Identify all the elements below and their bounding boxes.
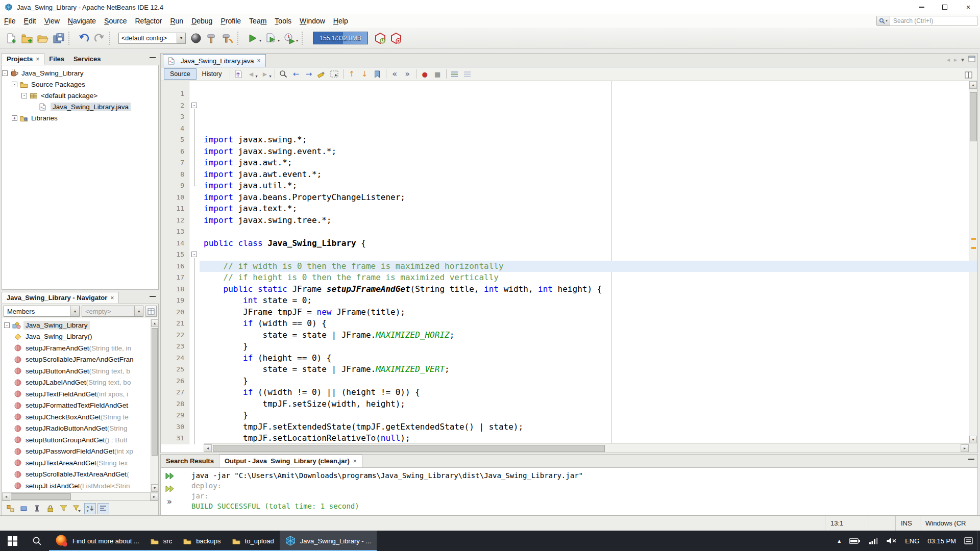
save-all-button[interactable]	[51, 30, 66, 46]
new-project-button[interactable]	[19, 30, 35, 46]
line-number[interactable]: 9	[161, 180, 189, 192]
navigator-member-row[interactable]: setupJListAndGet(ListModel<Strin	[2, 480, 158, 492]
shift-right-button[interactable]: »	[401, 68, 414, 80]
code-line[interactable]: state = state | JFrame.MAXIMIZED_HORIZ;	[200, 330, 977, 341]
action-center-icon[interactable]	[960, 531, 977, 551]
code-line[interactable]: import javax.swing.event.*;	[200, 146, 977, 158]
line-number[interactable]: 17	[161, 272, 189, 284]
code-line[interactable]: if (height == 0) {	[200, 353, 977, 364]
comment-button[interactable]	[449, 68, 461, 80]
code-line[interactable]: import java.beans.PropertyChangeListener…	[200, 192, 977, 204]
scrollbar-thumb[interactable]	[213, 445, 605, 452]
menu-edit[interactable]: Edit	[20, 14, 40, 28]
code-line[interactable]: // if width is 0 then the frame is maxim…	[200, 261, 977, 272]
show-desktop-button[interactable]	[977, 531, 980, 551]
close-tab-icon[interactable]: ×	[36, 54, 39, 65]
menu-file[interactable]: File	[0, 14, 20, 28]
code-line[interactable]	[200, 249, 977, 261]
prev-bookmark-button[interactable]: ↑	[346, 68, 358, 80]
line-number[interactable]: 19	[161, 295, 189, 307]
line-number[interactable]: 29	[161, 410, 189, 421]
menu-run[interactable]: Run	[166, 14, 187, 28]
record-macro-button[interactable]: ●	[419, 68, 431, 80]
editor-horizontal-scrollbar[interactable]: ◂ ▸	[204, 443, 969, 453]
line-number[interactable]: 6	[161, 146, 189, 158]
code-line[interactable]: state = state | JFrame.MAXIMIZED_VERT;	[200, 364, 977, 375]
code-line[interactable]: }	[200, 410, 977, 421]
code-line[interactable]: tmpJF.setLayout(null);	[200, 444, 977, 445]
navigator-filter-select[interactable]: <empty> ▾	[82, 306, 143, 317]
scroll-up-icon[interactable]: ▴	[151, 319, 158, 327]
code-line[interactable]	[200, 123, 977, 135]
editor-tab[interactable]: Java_Swing_Library.java ×	[163, 54, 266, 67]
sort-source-button[interactable]	[97, 503, 109, 514]
code-line[interactable]: JFrame tmpJF = new JFrame(title);	[200, 307, 977, 318]
tab-services[interactable]: Services	[69, 53, 106, 65]
run-button[interactable]	[244, 30, 260, 46]
menu-profile[interactable]: Profile	[216, 14, 245, 28]
navigator-member-row[interactable]: setupJButtonAndGet(String text, b	[2, 365, 158, 377]
profiler-stop-button[interactable]	[388, 30, 404, 46]
volume-muted-icon[interactable]	[882, 531, 901, 551]
expand-icon[interactable]: +	[12, 115, 17, 121]
taskbar-backups-button[interactable]: backups	[178, 531, 226, 551]
navigator-close-icon[interactable]: ×	[110, 292, 114, 304]
menu-refactor[interactable]: Refactor	[131, 14, 166, 28]
show-fields-button[interactable]	[18, 503, 30, 514]
tree-row[interactable]: -<default package>	[2, 90, 158, 101]
new-file-button[interactable]	[3, 30, 19, 46]
line-number[interactable]: 30	[161, 421, 189, 433]
scroll-tabs-right-icon[interactable]: ▸	[954, 56, 957, 63]
line-number[interactable]: 1	[161, 88, 189, 100]
line-number[interactable]: 11	[161, 203, 189, 215]
split-document-icon[interactable]	[962, 69, 975, 81]
chevron-down-icon[interactable]: ▾	[256, 74, 258, 79]
collapse-icon[interactable]: -	[21, 93, 27, 98]
code-line[interactable]: tmpJF.setLocationRelativeTo(null);	[200, 433, 977, 444]
chevron-down-icon[interactable]: ▾	[296, 38, 298, 43]
line-number[interactable]: 16	[161, 261, 189, 272]
find-button[interactable]	[277, 68, 290, 80]
menu-team[interactable]: Team	[245, 14, 271, 28]
navigator-member-row[interactable]: setupJTextAreaAndGet(String tex	[2, 457, 158, 469]
tree-row[interactable]: -Source Packages	[2, 79, 158, 90]
line-number[interactable]: 31	[161, 433, 189, 444]
line-number[interactable]: 12	[161, 215, 189, 227]
filter-submenu-button[interactable]	[71, 503, 83, 514]
line-number[interactable]: 10	[161, 192, 189, 204]
show-hidden-icons-button[interactable]: ▴	[834, 531, 845, 551]
last-edit-button[interactable]	[232, 68, 245, 80]
tab-files[interactable]: Files	[44, 53, 69, 65]
code-line[interactable]: import java.text.*;	[200, 203, 977, 215]
code-line[interactable]: import java.awt.*;	[200, 157, 977, 169]
line-number[interactable]: 25	[161, 364, 189, 375]
code-line[interactable]: tmpJF.setSize(width, height);	[200, 398, 977, 410]
line-number[interactable]: 15	[161, 249, 189, 261]
clock[interactable]: 03:15 PM	[923, 531, 960, 551]
navigator-member-row[interactable]: Java_Swing_Library()	[2, 331, 158, 343]
line-number[interactable]: 5	[161, 134, 189, 146]
scroll-right-icon[interactable]: ▸	[961, 444, 969, 452]
language-indicator[interactable]: ENG	[901, 531, 923, 551]
close-button[interactable]: ×	[957, 0, 980, 14]
output-tab[interactable]: Search Results	[161, 455, 219, 467]
navigator-root-row[interactable]: -Java_Swing_Library	[2, 319, 158, 331]
build-button[interactable]	[204, 30, 219, 46]
taskbar-find-out-more-about-button[interactable]: Find out more about ...	[49, 531, 145, 551]
navigator-horizontal-scrollbar[interactable]: ◂ ▸	[2, 492, 159, 501]
menu-tools[interactable]: Tools	[271, 14, 296, 28]
line-number[interactable]: 3	[161, 111, 189, 123]
code-line[interactable]: import javax.swing.tree.*;	[200, 215, 977, 227]
code-line[interactable]	[200, 226, 977, 238]
chevron-down-icon[interactable]: ▾	[270, 74, 272, 79]
rect-selection-button[interactable]	[328, 68, 341, 80]
code-line[interactable]: import java.util.*;	[200, 180, 977, 192]
projects-minimize-button[interactable]	[150, 57, 156, 58]
undo-button[interactable]	[76, 30, 91, 46]
code-line[interactable]: }	[200, 341, 977, 353]
uncomment-button[interactable]	[461, 68, 474, 80]
line-number[interactable]: 2	[161, 100, 189, 112]
line-number-gutter[interactable]: 1234567891011121314151617181920212223242…	[161, 81, 189, 444]
line-number[interactable]: 18	[161, 284, 189, 295]
code-line[interactable]: if ((width != 0) || (height != 0)) {	[200, 387, 977, 398]
